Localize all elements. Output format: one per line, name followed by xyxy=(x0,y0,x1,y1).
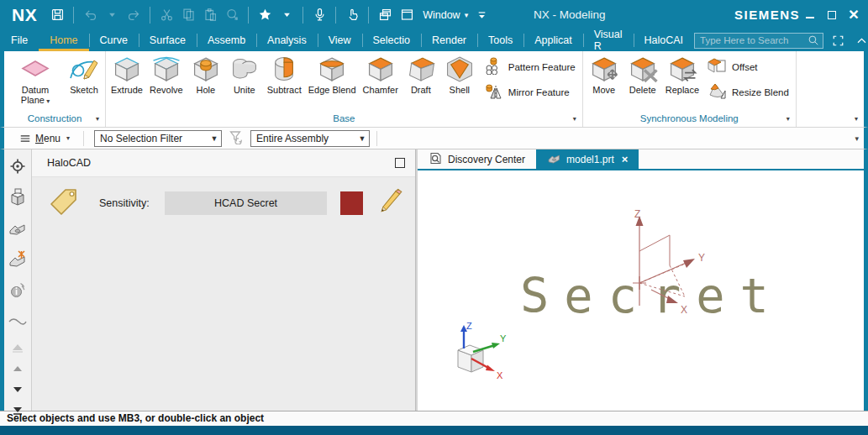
svg-text:Y: Y xyxy=(698,252,705,264)
selection-filter-combo[interactable]: No Selection Filter ▼ xyxy=(94,130,222,147)
edge-blend-button[interactable]: Edge Blend xyxy=(305,55,360,96)
offset-button[interactable]: Offset xyxy=(708,56,789,78)
part-tab-model1-prt[interactable]: model1.prt× xyxy=(536,149,639,169)
revolve-button[interactable]: Revolve xyxy=(146,55,187,96)
microphone-icon[interactable] xyxy=(309,5,329,25)
roles-icon[interactable] xyxy=(7,312,29,332)
window-menu-label[interactable]: Window xyxy=(423,9,460,21)
tab-view[interactable]: View xyxy=(318,29,362,51)
datum-plane-button[interactable]: Datum Plane ▾ xyxy=(6,55,65,107)
search-input[interactable] xyxy=(700,35,808,45)
pattern-feature-icon xyxy=(484,56,504,78)
window-title: NX - Modeling xyxy=(534,0,606,29)
part-navigator-constraints-icon[interactable] xyxy=(7,249,29,270)
tab-assemb[interactable]: Assemb xyxy=(197,29,256,51)
shell-button[interactable]: Shell xyxy=(440,55,479,96)
scroll-up-icon[interactable] xyxy=(7,364,29,374)
sensitivity-row: Sensitivity: HCAD Secret xyxy=(32,177,415,221)
undo-icon xyxy=(80,5,100,25)
svg-text:X: X xyxy=(681,304,687,316)
button-label: Revolve xyxy=(150,85,183,95)
delete-icon xyxy=(627,55,659,83)
caret-down-icon[interactable]: ▾ xyxy=(465,11,469,19)
part-tabs: Discovery Centermodel1.prt× xyxy=(418,149,864,170)
fullscreen-icon[interactable] xyxy=(829,31,847,50)
constraint-navigator-icon[interactable] xyxy=(7,187,29,207)
tab-render[interactable]: Render xyxy=(421,29,477,51)
save-icon[interactable] xyxy=(47,5,67,25)
group-dropdown-caret[interactable]: ▾ xyxy=(855,113,858,125)
scroll-up-disabled-icon[interactable] xyxy=(7,343,29,353)
close-button[interactable]: ✕ xyxy=(844,6,863,24)
wcs-triad[interactable]: Z Y X xyxy=(608,209,721,327)
edit-sensitivity-icon[interactable] xyxy=(376,188,403,218)
tab-halocai[interactable]: HaloCAI xyxy=(634,29,695,51)
menu-button-label: Menu xyxy=(35,133,60,144)
chamfer-button[interactable]: Chamfer xyxy=(360,55,402,96)
reset-filter-icon[interactable] xyxy=(229,129,244,147)
toolbar-overflow-caret[interactable]: ▾ xyxy=(855,134,859,143)
ribbon-group-label: Synchronous Modeling xyxy=(640,113,739,123)
hole-button[interactable]: Hole xyxy=(187,55,225,96)
selection-scope-combo[interactable]: Entire Assembly ▼ xyxy=(250,130,370,147)
draft-button[interactable]: Draft xyxy=(402,55,440,96)
svg-text:Z: Z xyxy=(466,322,472,331)
tab-tools[interactable]: Tools xyxy=(477,29,523,51)
move-button[interactable]: Move xyxy=(585,55,623,96)
graphics-canvas[interactable]: Secret xyxy=(418,170,864,411)
part-navigator-icon[interactable] xyxy=(7,218,29,238)
touch-mode-icon[interactable] xyxy=(342,5,362,25)
close-icon[interactable]: × xyxy=(622,153,629,165)
favorites-icon[interactable] xyxy=(255,5,275,25)
window-icon[interactable] xyxy=(397,5,417,25)
redo-icon xyxy=(124,5,144,25)
minimize-button[interactable] xyxy=(801,6,819,24)
view-orient-icon xyxy=(222,5,242,25)
pattern-feature-button[interactable]: Pattern Feature xyxy=(484,56,576,78)
unite-button[interactable]: Unite xyxy=(225,55,264,96)
menu-button[interactable]: Menu ▾ xyxy=(13,133,76,144)
extrude-button[interactable]: Extrude xyxy=(108,55,146,96)
selection-scope-value: Entire Assembly xyxy=(251,133,355,144)
minimize-ribbon-icon[interactable] xyxy=(852,31,868,50)
mirror-feature-button[interactable]: Mirror Feature xyxy=(484,81,576,103)
customize-icon[interactable] xyxy=(471,5,492,25)
resize-blend-button[interactable]: Resize Blend xyxy=(708,81,789,103)
shell-icon xyxy=(444,55,476,83)
delete-button[interactable]: Delete xyxy=(623,55,662,96)
tab-analysis[interactable]: Analysis xyxy=(256,29,318,51)
copy-icon xyxy=(178,5,198,25)
sketch-button[interactable]: Sketch xyxy=(65,55,103,96)
cascade-windows-icon[interactable] xyxy=(375,5,395,25)
toolbar-separator xyxy=(150,7,150,24)
replace-button[interactable]: Replace xyxy=(662,55,702,96)
tab-surface[interactable]: Surface xyxy=(139,29,197,51)
offset-icon xyxy=(708,56,728,78)
window-bottom-edge xyxy=(0,426,868,435)
tab-selectio[interactable]: Selectio xyxy=(362,29,421,51)
ribbon: Datum Plane ▾SketchConstruction▾ Extrude… xyxy=(0,51,868,128)
scroll-down-icon[interactable] xyxy=(7,385,29,395)
assembly-navigator-icon[interactable] xyxy=(7,156,29,176)
maximize-button[interactable] xyxy=(823,6,841,24)
toolbar-separator xyxy=(248,7,249,24)
tab-visual-r[interactable]: Visual R xyxy=(583,29,634,51)
main-area: HaloCAD Sensitivity: HCAD Secret xyxy=(0,149,868,411)
combo-caret-icon: ▼ xyxy=(355,134,369,143)
command-search-box[interactable] xyxy=(694,33,823,49)
group-dropdown-caret[interactable]: ▾ xyxy=(96,113,99,125)
move-icon xyxy=(588,55,620,83)
group-dropdown-caret[interactable]: ▾ xyxy=(573,113,576,125)
tab-home[interactable]: Home xyxy=(39,29,88,51)
caret-down-icon[interactable] xyxy=(276,5,297,25)
part-tab-discovery-center[interactable]: Discovery Center xyxy=(418,149,536,169)
internet-navigator-icon[interactable] xyxy=(7,280,29,301)
subtract-button[interactable]: Subtract xyxy=(264,55,305,96)
tab-curve[interactable]: Curve xyxy=(89,29,139,51)
tab-file[interactable]: File xyxy=(0,29,39,51)
tab-applicat[interactable]: Applicat xyxy=(523,29,582,51)
view-orientation-triad[interactable]: Z Y X xyxy=(434,322,510,382)
menu-tabs: FileHomeCurveSurfaceAssembAnalysisViewSe… xyxy=(0,29,694,51)
undock-panel-icon[interactable] xyxy=(395,158,405,168)
group-dropdown-caret[interactable]: ▾ xyxy=(786,113,790,125)
